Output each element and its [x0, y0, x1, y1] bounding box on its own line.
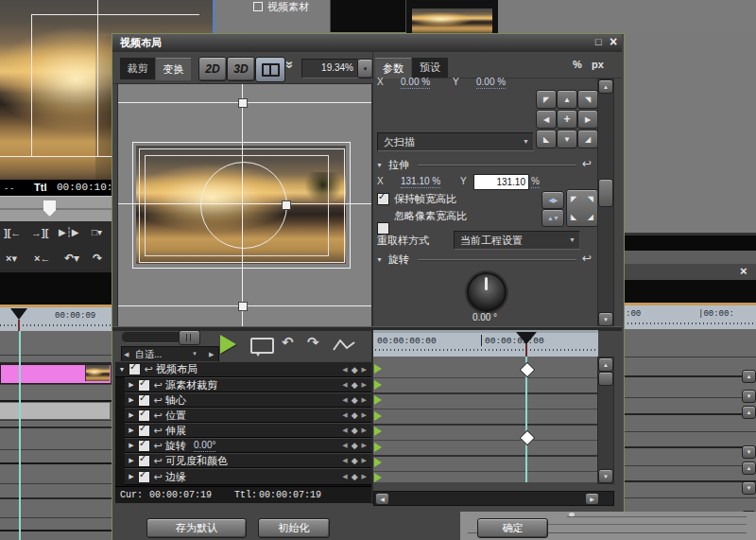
add-keyframe-icon[interactable]: ◆ [352, 456, 358, 465]
keyframe-start-marker[interactable] [374, 473, 382, 482]
bin-item-checkbox[interactable] [253, 2, 263, 11]
track-reset-icon[interactable]: ↩ [150, 455, 165, 467]
next-keyframe-icon[interactable]: ▶ [362, 381, 367, 389]
next-keyframe-icon[interactable]: ▶ [362, 366, 367, 374]
track-checkbox[interactable]: ✓ [138, 440, 150, 452]
keyframe-start-marker[interactable] [374, 395, 382, 405]
pad-up-button[interactable]: ▲ [557, 90, 577, 109]
stretch-reset-icon[interactable]: ↩ [582, 157, 592, 170]
scroll-up-button[interactable]: ▲ [598, 79, 613, 94]
keyframe-tracks[interactable] [373, 357, 598, 482]
trim-icon[interactable]: ▶┆▶ [59, 227, 78, 237]
expand-icon[interactable]: ▶ [125, 396, 138, 404]
add-keyframe-icon[interactable]: ◆ [352, 410, 358, 420]
position-x-value[interactable]: 0.00 % [401, 77, 430, 89]
track-rotation-value[interactable]: 0.00° [194, 440, 215, 452]
undo-icon[interactable]: ↶▾ [64, 252, 79, 265]
next-keyframe-icon[interactable]: ▶ [362, 427, 367, 434]
keyframe-start-marker[interactable] [374, 458, 382, 467]
bg-clip-gray[interactable] [0, 403, 110, 420]
next-keyframe-icon[interactable]: ▶ [362, 396, 367, 404]
resample-dropdown[interactable]: 当前工程设置 ▼ [454, 231, 580, 250]
bg-timeline-ruler-right[interactable]: :00 |00:00: [624, 305, 756, 329]
add-keyframe-icon[interactable]: ◆ [352, 395, 358, 405]
handle-bottom[interactable] [238, 302, 248, 311]
rotation-circle[interactable] [200, 162, 287, 249]
tab-presets[interactable]: 预设 [412, 58, 448, 78]
underscan-dropdown[interactable]: 欠扫描 ▼ [377, 132, 534, 151]
view-3d-button[interactable]: 3D [227, 57, 255, 81]
track-scroll-up[interactable]: ▲ [742, 406, 756, 419]
keyframe-start-marker[interactable] [374, 411, 382, 421]
keyframe-ruler[interactable]: 00:00:00:00 00:00:05:00 [373, 330, 598, 357]
bin-thumbnail-frame[interactable] [406, 0, 498, 33]
position-y-value[interactable]: 0.00 % [476, 77, 506, 89]
scroll-left-button[interactable]: ◀ [375, 493, 389, 505]
prev-keyframe-icon[interactable]: ◀ [342, 427, 347, 434]
timeline-zoom-handle[interactable] [179, 330, 200, 345]
shuttle-pointer[interactable] [43, 200, 56, 217]
prev-keyframe-icon[interactable]: ◀ [342, 366, 347, 374]
track-scroll-up[interactable]: ▲ [742, 462, 756, 475]
spinner-left-icon[interactable]: ◀ [124, 351, 129, 358]
bin-thumbnail-dark[interactable] [330, 0, 406, 32]
expand-icon[interactable]: ▼ [115, 366, 129, 373]
stretch-x-value[interactable]: 131.10 % [401, 176, 440, 188]
panel-close-icon[interactable]: × [740, 264, 747, 278]
stretch-h-arrows-button[interactable]: ◀▶ [541, 191, 564, 209]
expand-icon[interactable]: ▶ [125, 473, 138, 480]
expand-icon[interactable]: ▶ [125, 427, 138, 434]
spinner-right-icon[interactable]: ▶ [209, 351, 214, 358]
prev-keyframe-icon[interactable]: ◀ [342, 457, 347, 464]
scroll-down-button[interactable]: ▼ [598, 469, 613, 483]
track-row-position[interactable]: ▶ ✓ ↩ 位置 ◀ ◆ ▶ [125, 408, 371, 423]
tab-parameters[interactable]: 参数 [375, 58, 411, 78]
next-keyframe-icon[interactable]: ▶ [362, 442, 367, 449]
prev-keyframe-icon[interactable]: ◀ [342, 473, 347, 480]
dialog-titlebar[interactable]: 视频布局 □ × [112, 34, 622, 52]
add-keyframe-icon[interactable]: ◆ [352, 472, 358, 481]
track-checkbox[interactable]: ✓ [138, 455, 150, 467]
keyframe-h-scrollbar[interactable]: ◀ ▶ [373, 491, 614, 506]
track-row-video-layout[interactable]: ▼ ✓ ↩ 视频布局 ◀ ◆ ▶ [115, 361, 371, 377]
keep-aspect-checkbox[interactable]: ✓ [377, 193, 389, 205]
view-2d-button[interactable]: 2D [198, 57, 227, 81]
scroll-down-button[interactable]: ▼ [598, 312, 613, 326]
expand-icon[interactable]: ▶ [125, 411, 138, 419]
fit-frame-button[interactable]: ◤ ◥ ◣ ◢ [566, 189, 598, 227]
zoom-chevrons-icon[interactable]: » [283, 61, 299, 68]
track-row-rotation[interactable]: ▶ ✓ ↩ 旋转 0.00° ◀ ◆ ▶ [125, 438, 371, 453]
track-scroll-down[interactable]: ▼ [742, 390, 756, 403]
initialize-button[interactable]: 初始化 [258, 518, 330, 538]
prev-keyframe-icon[interactable]: ◀ [342, 396, 347, 404]
keyframe-start-marker[interactable] [374, 427, 382, 436]
close-icon[interactable]: × [610, 34, 617, 49]
pad-up-left-button[interactable]: ◤ [536, 90, 557, 109]
ok-button[interactable]: 确定 [477, 518, 548, 538]
track-reset-icon[interactable]: ↩ [150, 440, 165, 452]
zoom-dropdown-button[interactable]: ▼ [357, 59, 373, 78]
track-reset-icon[interactable]: ↩ [141, 363, 156, 375]
pad-right-button[interactable]: ▶ [577, 110, 598, 129]
mark-in-icon[interactable]: ][← [4, 227, 21, 238]
keyframe-v-scrollbar[interactable]: ▲ ▼ [597, 357, 614, 484]
stretch-v-arrows-button[interactable]: ▲▼ [541, 209, 564, 227]
ripple-delete-icon[interactable]: ×← [34, 253, 50, 264]
bg-playhead-line-left[interactable] [19, 331, 21, 540]
redo-icon[interactable]: ↷ [307, 334, 319, 351]
expand-icon[interactable]: ▶ [125, 457, 138, 464]
next-keyframe-icon[interactable]: ▶ [362, 457, 367, 464]
spinner-dropdown-icon[interactable]: ▼ [192, 351, 198, 357]
scroll-right-button[interactable]: ▶ [585, 493, 599, 505]
track-reset-icon[interactable]: ↩ [150, 394, 165, 407]
bg-timeline-ruler-left[interactable]: 00:00:09 [0, 307, 112, 331]
track-row-visibility-color[interactable]: ▶ ✓ ↩ 可见度和颜色 ◀ ◆ ▶ [125, 453, 371, 468]
next-keyframe-icon[interactable]: ▶ [362, 411, 367, 419]
shuttle-strip[interactable] [0, 196, 112, 223]
add-keyframe-icon[interactable]: ◆ [352, 380, 358, 390]
scrollbar-thumb[interactable] [598, 372, 613, 386]
track-row-edge[interactable]: ▶ ✓ ↩ 边缘 ◀ ◆ ▶ [125, 468, 371, 485]
add-keyframe-icon[interactable]: ◆ [352, 365, 358, 375]
pad-left-button[interactable]: ◀ [536, 110, 557, 129]
preview-on-monitor-button[interactable] [250, 338, 274, 354]
